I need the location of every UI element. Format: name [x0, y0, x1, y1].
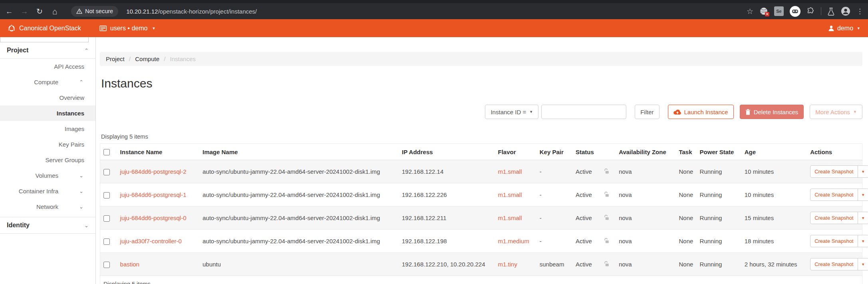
sidebar-item-server-groups[interactable]: Server Groups	[0, 152, 95, 168]
col-availability-zone[interactable]: Availability Zone	[616, 144, 675, 160]
select-all-checkbox[interactable]	[103, 149, 110, 155]
chevron-down-icon: ▼	[857, 26, 860, 30]
address-bar[interactable]: 10.20.21.12/openstack-horizon/project/in…	[126, 8, 257, 15]
sidebar-section-label: Identity	[7, 222, 30, 229]
brand-label: Canonical OpenStack	[19, 25, 81, 32]
row-checkbox[interactable]	[103, 238, 110, 245]
not-secure-chip[interactable]: Not secure	[71, 6, 118, 17]
create-snapshot-button[interactable]: Create Snapshot	[810, 235, 858, 247]
sidebar-item-label: Volumes	[36, 172, 59, 179]
sidebar-item-compute[interactable]: Compute ⌃	[0, 74, 95, 90]
sidebar-section-identity[interactable]: Identity ⌄	[0, 217, 95, 234]
col-status[interactable]: Status	[572, 144, 600, 160]
sidebar-section-project[interactable]: Project ⌃	[0, 42, 95, 59]
delete-instances-button[interactable]: Delete Instances	[740, 105, 804, 119]
flavor-link[interactable]: m1.small	[498, 168, 522, 175]
col-task[interactable]: Task	[675, 144, 696, 160]
create-snapshot-button[interactable]: Create Snapshot	[810, 258, 858, 270]
back-icon[interactable]: ←	[5, 8, 14, 15]
col-age[interactable]: Age	[741, 144, 807, 160]
col-key-pair[interactable]: Key Pair	[536, 144, 572, 160]
instance-link[interactable]: juju-684dd6-postgresql-0	[120, 214, 187, 221]
col-power-state[interactable]: Power State	[697, 144, 741, 160]
extensions-puzzle-icon[interactable]	[806, 7, 815, 16]
breadcrumb-compute[interactable]: Compute	[135, 56, 159, 62]
reload-icon[interactable]: ↻	[35, 8, 44, 15]
unlock-icon	[604, 168, 610, 174]
ip-cell: 192.168.122.210, 10.20.20.224	[399, 253, 495, 276]
row-actions-dropdown[interactable]: ▼	[858, 212, 868, 224]
sidebar-item-container-infra[interactable]: Container Infra ⌄	[0, 183, 95, 199]
sidebar-item-api-access[interactable]: API Access	[0, 59, 95, 74]
launch-instance-button[interactable]: Launch Instance	[668, 105, 734, 119]
more-actions-button[interactable]: More Actions ▼	[810, 105, 862, 119]
browser-menu-icon[interactable]: ⋮	[856, 7, 863, 16]
sidebar-item-overview[interactable]: Overview	[0, 90, 95, 105]
flavor-link[interactable]: m1.small	[498, 191, 522, 198]
image-name-cell: auto-sync/ubuntu-jammy-22.04-amd64-serve…	[199, 230, 399, 253]
sidebar-top-panel	[0, 37, 89, 42]
project-switcher[interactable]: users • demo ▼	[99, 25, 156, 32]
flavor-link[interactable]: m1.small	[498, 214, 522, 221]
image-name-cell: auto-sync/ubuntu-jammy-22.04-amd64-serve…	[199, 160, 399, 183]
selenium-extension-icon[interactable]: Se	[774, 6, 784, 16]
create-snapshot-button[interactable]: Create Snapshot	[810, 166, 858, 177]
age-cell: 15 minutes	[741, 207, 807, 230]
extension-error-badge: ✕	[765, 12, 769, 16]
instance-link[interactable]: juju-684dd6-postgresql-1	[120, 191, 187, 198]
sidebar-item-images[interactable]: Images	[0, 121, 95, 137]
row-checkbox[interactable]	[103, 169, 110, 175]
row-actions-dropdown[interactable]: ▼	[858, 258, 868, 270]
sidebar-item-volumes[interactable]: Volumes ⌄	[0, 168, 95, 183]
instance-link[interactable]: juju-684dd6-postgresql-2	[120, 168, 187, 175]
filter-button[interactable]: Filter	[635, 105, 659, 119]
filter-field-select[interactable]: Instance ID = ▼	[485, 105, 538, 119]
forward-icon[interactable]: →	[20, 8, 29, 15]
status-cell: Active	[572, 160, 600, 183]
home-icon[interactable]: ⌂	[50, 7, 59, 16]
profile-avatar-icon[interactable]	[841, 6, 850, 16]
az-cell: nova	[616, 160, 675, 183]
brand[interactable]: Canonical OpenStack	[8, 24, 81, 32]
col-image-name[interactable]: Image Name	[199, 144, 399, 160]
robot-extension-icon[interactable]	[790, 6, 800, 17]
col-ip-address[interactable]: IP Address	[399, 144, 495, 160]
flavor-link[interactable]: m1.medium	[498, 238, 529, 244]
user-menu[interactable]: demo ▼	[828, 25, 860, 32]
flavor-link[interactable]: m1.tiny	[498, 261, 517, 268]
instance-link[interactable]: juju-ad30f7-controller-0	[120, 238, 182, 244]
instance-link[interactable]: bastion	[120, 261, 139, 268]
key-pair-cell: -	[536, 183, 572, 207]
more-actions-label: More Actions	[815, 109, 850, 115]
filter-field-label: Instance ID =	[491, 109, 526, 115]
row-checkbox[interactable]	[103, 262, 110, 268]
breadcrumb-separator: /	[129, 56, 131, 62]
filter-input[interactable]	[541, 105, 626, 119]
row-checkbox[interactable]	[103, 192, 110, 199]
breadcrumb: Project / Compute / Instances	[100, 52, 862, 66]
extension-globe-icon[interactable]: ✕	[759, 7, 768, 16]
key-pair-cell: -	[536, 160, 572, 183]
bookmark-star-icon[interactable]: ☆	[747, 7, 753, 16]
sidebar-item-instances[interactable]: Instances	[0, 105, 95, 121]
col-instance-name[interactable]: Instance Name	[117, 144, 199, 160]
sidebar-item-key-pairs[interactable]: Key Pairs	[0, 137, 95, 152]
row-actions-dropdown[interactable]: ▼	[858, 235, 868, 247]
sidebar-item-network[interactable]: Network ⌄	[0, 199, 95, 214]
row-checkbox[interactable]	[103, 215, 110, 222]
power-state-cell: Running	[697, 160, 741, 183]
power-state-cell: Running	[697, 253, 741, 276]
cloud-upload-icon	[673, 109, 681, 115]
breadcrumb-project[interactable]: Project	[106, 56, 125, 62]
create-snapshot-button[interactable]: Create Snapshot	[810, 189, 858, 201]
create-snapshot-button[interactable]: Create Snapshot	[810, 212, 858, 224]
task-cell: None	[675, 230, 696, 253]
col-flavor[interactable]: Flavor	[495, 144, 536, 160]
flask-icon[interactable]	[827, 7, 835, 16]
project-switcher-label: users • demo	[110, 25, 148, 32]
row-actions-dropdown[interactable]: ▼	[858, 166, 868, 177]
row-action-split-button: Create Snapshot ▼	[810, 189, 868, 201]
table-row: juju-684dd6-postgresql-2 auto-sync/ubunt…	[100, 160, 862, 183]
row-actions-dropdown[interactable]: ▼	[858, 189, 868, 201]
chevron-up-icon: ⌃	[84, 48, 89, 54]
